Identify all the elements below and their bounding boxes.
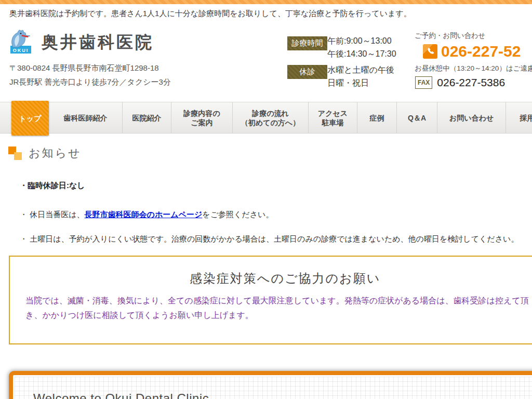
news-item2-suffix: をご参照ください。 bbox=[202, 210, 273, 219]
dolphin-logo-icon: OKUI bbox=[9, 29, 33, 55]
fax-row: FAX 026-227-5386 bbox=[415, 76, 505, 89]
squares-icon bbox=[8, 145, 23, 161]
news-item-holiday-doctor: ・ 休日当番医は、長野市歯科医師会のホームページをご参照ください。 bbox=[20, 210, 273, 220]
svg-text:OKUI: OKUI bbox=[13, 48, 29, 53]
phone-row: 026-227-52 bbox=[423, 43, 521, 60]
page-canvas: 奥井歯科医院は予約制です。患者さん1人1人に十分な診療時間をお取りして、丁寧な治… bbox=[0, 0, 532, 399]
nav-tabs: トップ 歯科医師紹介 医院紹介 診療内容の ご案内 診療の流れ （初めての方へ）… bbox=[0, 102, 532, 134]
phone-icon bbox=[423, 44, 437, 59]
lunch-break-note: お昼休憩中（13:20～14:20）はご遠慮ください bbox=[415, 64, 532, 73]
infection-notice-title: 感染症対策へのご協力のお願い bbox=[10, 270, 532, 287]
dental-association-link[interactable]: 長野市歯科医師会のホームページ bbox=[85, 210, 203, 219]
tab-qa[interactable]: Q＆A bbox=[397, 102, 437, 134]
closed-badge: 休診 bbox=[287, 65, 327, 79]
hours-badge: 診療時間 bbox=[287, 36, 327, 50]
hours-afternoon: 午後:14:30～17:30 bbox=[327, 47, 396, 60]
fax-label: FAX bbox=[415, 76, 432, 89]
news-section-heading: お知らせ bbox=[8, 145, 82, 161]
address-line-2: JR長野駅 善光寺口より徒歩7分／タクシー3分 bbox=[9, 77, 171, 87]
address-line-1: 〒380-0824 長野県長野市南石堂町1298-18 bbox=[9, 63, 159, 73]
infection-notice-box: 感染症対策へのご協力のお願い 当院では、滅菌・消毒、換気により、全ての感染症に対… bbox=[9, 256, 532, 344]
news-item2-prefix: ・ 休日当番医は、 bbox=[20, 210, 85, 219]
tab-treatment-guide[interactable]: 診療内容の ご案内 bbox=[171, 102, 233, 134]
tab-cases[interactable]: 症例 bbox=[357, 102, 397, 134]
welcome-box: Welcome to Okui Dental Clinic bbox=[9, 371, 532, 399]
hours-text: 午前:9:00～13:00 午後:14:30～17:30 bbox=[327, 34, 396, 60]
fax-number: 026-227-5386 bbox=[437, 76, 505, 89]
tab-dentist-intro[interactable]: 歯科医師紹介 bbox=[49, 102, 123, 134]
tab-clinic-intro[interactable]: 医院紹介 bbox=[123, 102, 171, 134]
welcome-grid-background: Welcome to Okui Dental Clinic bbox=[15, 377, 532, 399]
tab-first-visit-flow[interactable]: 診療の流れ （初めての方へ） bbox=[233, 102, 309, 134]
news-item-closure: ・臨時休診日:なし bbox=[20, 181, 85, 191]
tab-access-parking[interactable]: アクセス 駐車場 bbox=[309, 102, 357, 134]
browser-viewport: 奥井歯科医院は予約制です。患者さん1人1人に十分な診療時間をお取りして、丁寧な治… bbox=[0, 0, 532, 399]
phone-number[interactable]: 026-227-52 bbox=[441, 43, 521, 60]
news-item-saturday: ・ 土曜日は、予約が入りにくい状態です。治療の回数がかかる場合は、土曜日のみの診… bbox=[20, 234, 518, 244]
site-tagline: 奥井歯科医院は予約制です。患者さん1人1人に十分な診療時間をお取りして、丁寧な治… bbox=[9, 9, 411, 19]
clinic-name: 奥井歯科医院 bbox=[42, 31, 154, 54]
infection-notice-body: 当院では、滅菌・消毒、換気により、全ての感染症に対して最大限注意しています。発熱… bbox=[25, 294, 532, 323]
welcome-title: Welcome to Okui Dental Clinic bbox=[15, 377, 532, 399]
reserve-contact-label: ご予約・お問い合わせ bbox=[415, 31, 486, 41]
clinic-logo[interactable]: OKUI bbox=[9, 29, 33, 55]
closed-days-2: 日曜・祝日 bbox=[327, 76, 394, 89]
tab-top[interactable]: トップ bbox=[11, 101, 49, 136]
tab-recruit[interactable]: 採用情報 bbox=[506, 102, 532, 134]
tab-contact[interactable]: お問い合わせ bbox=[437, 102, 506, 134]
closed-text: 水曜と土曜の午後 日曜・祝日 bbox=[327, 63, 394, 89]
main-navigation: トップ 歯科医師紹介 医院紹介 診療内容の ご案内 診療の流れ （初めての方へ）… bbox=[0, 102, 532, 134]
news-heading-text: お知らせ bbox=[29, 145, 82, 161]
closed-days-1: 水曜と土曜の午後 bbox=[327, 63, 394, 76]
hours-morning: 午前:9:00～13:00 bbox=[327, 34, 396, 47]
top-stripe-bar bbox=[0, 0, 532, 4]
